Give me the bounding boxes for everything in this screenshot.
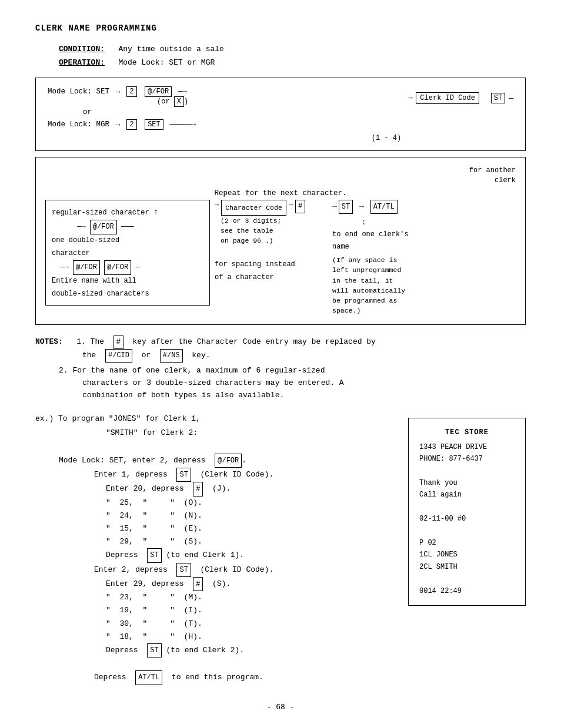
flow-line-set: Mode Lock: SET → 2 @/FOR —→ (48, 86, 443, 97)
arrow-st: → (332, 200, 337, 213)
arrow-attl: → (355, 200, 368, 213)
ex-depress-attl-end: to end this program. (172, 673, 263, 682)
arrow2: → (111, 120, 125, 129)
page-number: - 68 - (35, 703, 526, 712)
operation-text: Mode Lock: SET or MGR (118, 58, 215, 67)
at-for-line1: —→ @/FOR ——— (52, 220, 203, 235)
st-attl-flow: → ST → AT/TL (332, 200, 446, 214)
note2-line: 2. For the name of one clerk, a maximum … (59, 365, 526, 377)
ex-enter2-end: (Clerk ID Code). (200, 565, 273, 574)
condition-line: CONDITION: Any time outside a sale (59, 45, 526, 53)
receipt-thankyou: Thank you (419, 477, 515, 489)
ex-depress-attl: Depress AT/TL to end this program. (94, 670, 526, 685)
note2c-line: combination of both types is also availa… (82, 390, 526, 402)
key-st-end1: ST (147, 548, 161, 562)
ex-enter29-end: (S). (212, 579, 231, 588)
spacing-label2: of a character (215, 271, 323, 284)
ex-step1-end: . (242, 456, 246, 465)
notes-section: NOTES: 1. The # key after the Character … (35, 336, 526, 402)
ex-depress-st2-text: Depress (106, 646, 138, 655)
key-st-right: ST (339, 200, 353, 214)
key-st-ex1: ST (176, 468, 191, 482)
ex-enter2-text: Enter 2, depress (94, 565, 168, 574)
note1-text: 1. The (76, 337, 104, 346)
example-section: TEC STORE 1343 PEACH DRIVE PHONE: 877-64… (35, 412, 526, 685)
operation-label: OPERATION: (59, 58, 105, 67)
center-block: → Character Code → # (2 or 3 digits; see… (210, 200, 328, 284)
flow-line-mgr: Mode Lock: MGR → 2 SET —————→ (48, 119, 443, 130)
key-cid: #/CID (105, 349, 132, 363)
ex-depress-st2-end: (to end Clerk 2). (166, 646, 244, 655)
for-another-label: for anotherclerk (45, 166, 516, 186)
at-for-line2: —→ @/FOR @/FOR — (52, 260, 203, 276)
note1b-line: the #/CID or #/NS key. (82, 349, 526, 363)
key-for-ex: @/FOR (215, 454, 242, 468)
receipt-callagain: Call again (419, 489, 515, 501)
ex-smith-18: " 18, " " (H). (106, 630, 526, 643)
note1b-post: key. (192, 351, 210, 360)
clerk-id-range: (1 - 4) (259, 134, 513, 142)
colon-label: : (362, 217, 446, 229)
receipt-box: TEC STORE 1343 PEACH DRIVE PHONE: 877-64… (408, 418, 526, 605)
ex-smith-19: " 19, " " (I). (106, 604, 526, 617)
key-x: X (174, 96, 184, 107)
key-hash-ex1: # (193, 482, 203, 496)
key-ns: #/NS (160, 349, 183, 363)
spacing-label1: for spacing instead (215, 259, 323, 271)
key-st-ex2: ST (176, 563, 191, 577)
key-at-for-2a: @/FOR (73, 260, 100, 276)
space2 (139, 120, 143, 129)
key-hash-note: # (113, 336, 123, 349)
char-code-label-box: Character Code (221, 200, 286, 216)
repeat-label: Repeat for the next character. (45, 189, 516, 197)
arrow-right-top: — (509, 94, 513, 103)
key-hash-ex2: # (193, 577, 203, 591)
to-end-label: to end one clerk's (332, 229, 446, 240)
key-st-top: ST (491, 93, 505, 103)
ex-step3-end: (J). (212, 484, 231, 493)
ex-smith-30: " 30, " " (T). (106, 618, 526, 630)
name-label: name (332, 241, 446, 253)
char-code-flow: → Character Code → # (215, 200, 323, 216)
note1b-or: or (142, 351, 151, 360)
key-attl-end: AT/TL (135, 670, 162, 685)
right-block: → ST → AT/TL : to end one clerk's name (… (328, 200, 451, 316)
char-code-sub2: see the table (221, 226, 323, 236)
or-text: or (83, 108, 92, 116)
note1-rest: key after the Character Code entry may b… (132, 337, 375, 346)
ex-depress-st1-text: Depress (106, 551, 138, 559)
arrow-hash: → (289, 200, 293, 211)
condition-text: Any time outside a sale (118, 45, 223, 53)
entire-name-line1: Entire name with all (52, 275, 203, 288)
clerk-id-box: Clerk ID Code (416, 92, 479, 104)
receipt-blank4 (419, 573, 515, 585)
key-st-end2: ST (147, 643, 161, 657)
or-line: or (83, 108, 443, 116)
or-x-note: (or X) (157, 96, 443, 107)
arrow-clerk: → (408, 94, 412, 102)
ex-depress-st1-end: (to end Clerk 1). (166, 551, 244, 559)
key-at-for-1: @/FOR (90, 220, 117, 235)
ex-depress-attl-text: Depress (94, 673, 126, 682)
paren-note: (If any space isleft unprogrammedin the … (332, 255, 446, 316)
receipt-blank1 (419, 465, 515, 477)
note1-line: NOTES: 1. The # key after the Character … (35, 336, 526, 349)
key-hash: # (295, 200, 305, 213)
key-2-set: 2 (126, 86, 136, 97)
operation-line: OPERATION: Mode Lock: SET or MGR (59, 58, 526, 67)
receipt-time: 0014 22:49 (419, 585, 515, 597)
or-paren: —→ (173, 88, 187, 96)
key-set-mgr: SET (145, 119, 163, 130)
receipt-blank3 (419, 525, 515, 537)
space1 (139, 88, 143, 96)
page-title: CLERK NAME PROGRAMMING (35, 24, 526, 33)
one-double-line1: one double-sized (52, 234, 203, 247)
key-for-set: @/FOR (145, 86, 172, 97)
receipt-p02: P 02 (419, 537, 515, 549)
char-code-sub3: on page 96 .) (221, 236, 323, 246)
note2b-line: characters or 3 double-sized characters … (82, 377, 526, 390)
key-attl: AT/TL (370, 200, 398, 214)
mode-lock-set-label: Mode Lock: SET (48, 88, 109, 96)
notes-label: NOTES: (35, 337, 63, 346)
receipt-date: 02-11-00 #0 (419, 513, 515, 525)
